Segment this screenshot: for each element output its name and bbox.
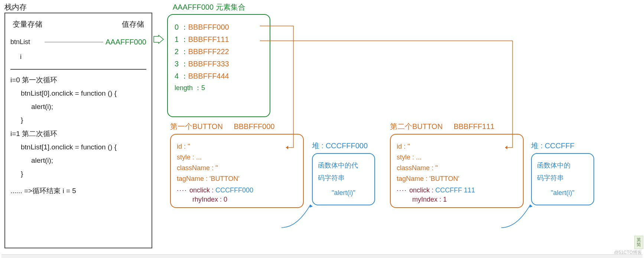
stack-separator <box>10 69 146 70</box>
heap2-title: 堆 : CCCFFF <box>531 141 643 151</box>
loop1-head: i=0 第一次循环 <box>10 73 146 87</box>
collection-title: AAAFFF000 元素集合 <box>173 2 245 12</box>
button1-onclick: ····onclick : CCCFFF000 <box>177 186 297 194</box>
button1-onclick-key: onclick : <box>189 186 214 194</box>
collection-idx: 0 <box>175 23 179 31</box>
btnlist-pointer-value: AAAFFF000 <box>105 35 146 49</box>
button2-block: 第二个BUTTON BBBFFF111 id : '' style : ... … <box>390 122 524 208</box>
button1-block: 第一个BUTTON BBBFFF000 id : '' style : ... … <box>170 122 304 208</box>
button1-title-text: 第一个BUTTON <box>170 122 223 130</box>
collection-row-0: 0 ：BBBFFF000 <box>175 22 263 32</box>
side-language-tab[interactable]: 英 简 <box>634 236 643 249</box>
collection-box: 0 ：BBBFFF000 1 ：BBBFFF111 2 ：BBBFFF222 3… <box>167 14 270 117</box>
loop1-l2: alert(i); <box>10 100 146 113</box>
button2-onclick-key: onclick : <box>409 186 433 194</box>
button2-myindex: myIndex : 1 <box>412 196 517 204</box>
collection-addr: BBBFFF000 <box>188 23 229 31</box>
collection-row-2: 2 ：BBBFFF222 <box>175 47 263 57</box>
button2-style: style : ... <box>397 153 517 161</box>
button1-tag: tagName : 'BUTTON' <box>177 175 297 183</box>
heap1-box: 函数体中的代 码字符串 "alert(i)" <box>312 153 375 205</box>
heap2-alert: "alert(i)" <box>537 186 588 199</box>
collection-addr: BBBFFF444 <box>188 72 229 80</box>
btnlist-row: btnList AAAFFF000 <box>10 35 146 49</box>
heap2-line1: 函数体中的 <box>537 159 588 172</box>
stack-header-var: 变量存储 <box>13 17 42 31</box>
stack-header-val: 值存储 <box>122 17 144 31</box>
button1-title: 第一个BUTTON BBBFFF000 <box>170 122 304 132</box>
heap1-block: 堆 : CCCFFF000 函数体中的代 码字符串 "alert(i)" <box>312 141 375 205</box>
collection-row-3: 3 ：BBBFFF333 <box>175 59 263 69</box>
heap2-block: 堆 : CCCFFF 函数体中的 码字符串 "alert(i)" <box>531 141 643 205</box>
btnlist-var-name: btnList <box>10 36 42 48</box>
button2-title-text: 第二个BUTTON <box>390 122 443 130</box>
button1-addr: BBBFFF000 <box>234 122 274 130</box>
heap1-alert: "alert(i)" <box>318 186 369 199</box>
stack-memory-title: 栈内存 <box>4 2 27 12</box>
button1-myindex: rhyIndex : 0 <box>192 196 297 204</box>
loop2-l1: btnList[1].onclick = function () { <box>10 140 146 154</box>
collection-idx: 1 <box>175 35 179 43</box>
stack-memory-box: 变量存储 值存储 btnList AAAFFF000 i i=0 第一次循环 b… <box>4 13 152 248</box>
heap1-line1: 函数体中的代 <box>318 159 369 172</box>
loop2-head: i=1 第二次循环 <box>10 127 146 140</box>
bottom-scroll-strip <box>1 254 643 258</box>
loop2-l3: } <box>10 167 146 181</box>
loop-end: ...... =>循环结束 i = 5 <box>10 184 146 198</box>
collection-row-4: 4 ：BBBFFF444 <box>175 71 263 81</box>
i-var-name: i <box>20 50 146 63</box>
button2-addr: BBBFFF111 <box>453 122 494 130</box>
collection-addr: BBBFFF222 <box>188 47 229 56</box>
button2-onclick: ····onclick : CCCFFF 111 <box>397 186 517 194</box>
button2-onclick-val: CCCFFF 111 <box>435 186 475 194</box>
button1-id: id : '' <box>177 143 297 150</box>
button2-class: className : '' <box>397 164 517 172</box>
loop1-l1: btnList[0].onclick = function () { <box>10 87 146 100</box>
button2-id: id : '' <box>397 143 517 150</box>
heap2-line2: 码字符串 <box>537 172 588 184</box>
collection-idx: 4 <box>175 72 179 80</box>
heap2-box: 函数体中的 码字符串 "alert(i)" <box>531 153 594 205</box>
button2-tag: tagName : 'BUTTON' <box>397 175 517 183</box>
collection-row-1: 1 ：BBBFFF111 <box>175 34 263 44</box>
collection-addr: BBBFFF333 <box>188 60 229 68</box>
button1-style: style : ... <box>177 153 297 161</box>
stack-header: 变量存储 值存储 <box>10 17 146 33</box>
button2-title: 第二个BUTTON BBBFFF111 <box>390 122 524 132</box>
loop2-l2: alert(i); <box>10 154 146 167</box>
collection-idx: 3 <box>175 60 179 68</box>
heap1-title: 堆 : CCCFFF000 <box>312 141 375 151</box>
button2-box: id : '' style : ... className : '' tagNa… <box>390 134 524 208</box>
heap1-line2: 码字符串 <box>318 172 369 184</box>
pointer-arrow-icon <box>153 35 164 44</box>
button1-onclick-val: CCCFFF000 <box>215 186 253 194</box>
collection-addr: BBBFFF111 <box>188 35 229 43</box>
loop1-l3: } <box>10 113 146 127</box>
collection-idx: 2 <box>175 47 179 56</box>
collection-length: length ：5 <box>175 83 263 92</box>
button1-box: id : '' style : ... className : '' tagNa… <box>170 134 304 208</box>
btnlist-pointer-line <box>45 42 103 42</box>
button1-class: className : '' <box>177 164 297 172</box>
